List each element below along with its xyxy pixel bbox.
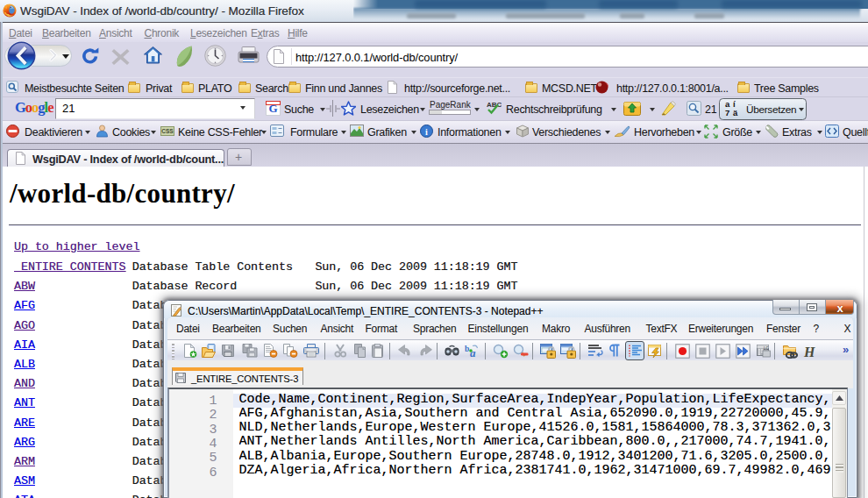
svg-text:i: i	[425, 127, 428, 137]
svg-text:ABC: ABC	[487, 101, 502, 109]
svg-text:LC: LC	[764, 346, 770, 351]
svg-text:G: G	[268, 102, 277, 115]
svg-text:b: b	[465, 345, 469, 353]
svg-text:H: H	[803, 345, 815, 359]
